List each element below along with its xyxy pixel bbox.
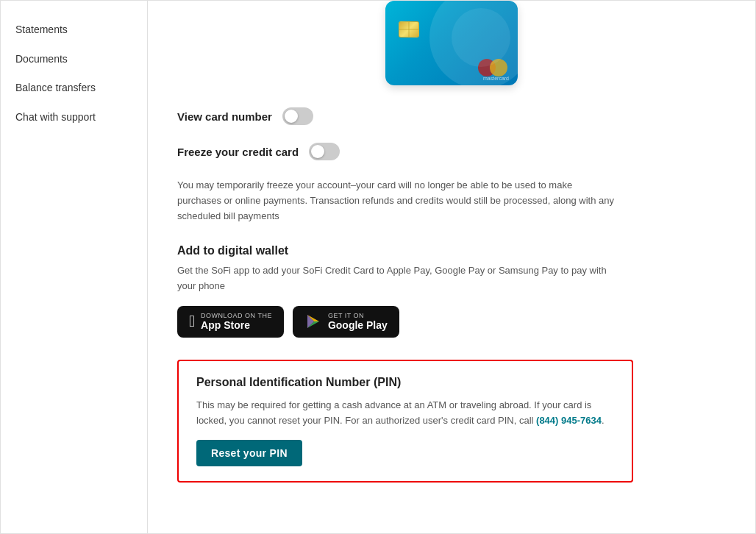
sidebar-item-statements[interactable]: Statements [1,15,147,45]
digital-wallet-section: Add to digital wallet Get the SoFi app t… [177,244,726,337]
digital-wallet-title: Add to digital wallet [177,244,726,257]
pin-section: Personal Identification Number (PIN) Thi… [177,360,633,483]
google-play-text: GET IT ON Google Play [328,312,388,332]
credit-card: mastercard [385,1,518,85]
google-play-sub: GET IT ON [328,312,388,319]
view-card-row: View card number [177,107,726,125]
sidebar-item-chat-support[interactable]: Chat with support [1,103,147,132]
app-buttons:  Download on the App Store [177,306,726,338]
app-store-main: App Store [201,319,272,332]
app-store-text: Download on the App Store [201,312,272,332]
sidebar-item-documents[interactable]: Documents [1,45,147,74]
app-store-button[interactable]:  Download on the App Store [177,306,284,338]
mastercard-logo [478,59,507,76]
freeze-card-row: Freeze your credit card [177,143,726,160]
pin-description: This may be required for getting a cash … [196,398,614,429]
pin-phone-number: (844) 945-7634 [536,415,602,426]
freeze-card-toggle[interactable] [309,143,340,160]
card-container: mastercard [177,1,726,85]
view-card-label: View card number [177,110,272,123]
pin-title: Personal Identification Number (PIN) [196,376,614,389]
main-content: mastercard View card number Freeze your … [148,1,755,533]
freeze-card-description: You may temporarily freeze your account–… [177,178,618,224]
digital-wallet-description: Get the SoFi app to add your SoFi Credit… [177,263,618,294]
sidebar-item-balance-transfers[interactable]: Balance transfers [1,74,147,103]
app-store-sub: Download on the [201,312,272,319]
reset-pin-button[interactable]: Reset your PIN [196,440,302,466]
mastercard-label: mastercard [483,76,509,81]
google-play-icon [304,313,322,330]
freeze-card-label: Freeze your credit card [177,146,299,158]
apple-icon:  [189,313,195,330]
google-play-main: Google Play [328,319,388,332]
view-card-toggle[interactable] [282,107,313,125]
google-play-button[interactable]: GET IT ON Google Play [293,306,399,338]
sidebar: Statements Documents Balance transfers C… [1,1,148,533]
mastercard-yellow-circle [490,59,507,76]
card-chip [399,21,419,38]
